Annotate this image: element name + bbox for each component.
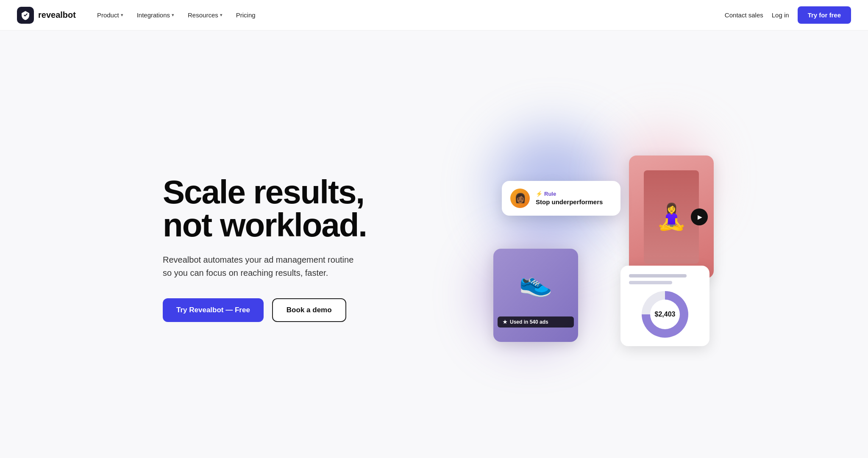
donut-value: $2,403 bbox=[655, 311, 676, 318]
rule-text: ⚡ Rule Stop underperformers bbox=[536, 191, 612, 205]
fitness-card-inner: 🧘‍♀️ bbox=[629, 155, 714, 278]
navbar: revealbot Product ▾ Integrations ▾ Resou… bbox=[0, 0, 868, 31]
analytics-line-2 bbox=[629, 281, 672, 284]
chevron-down-icon: ▾ bbox=[220, 12, 223, 18]
hero-subtext: Revealbot automates your ad management r… bbox=[163, 253, 367, 280]
logo[interactable]: revealbot bbox=[17, 7, 76, 24]
nav-resources[interactable]: Resources ▾ bbox=[182, 8, 228, 22]
nav-pricing[interactable]: Pricing bbox=[230, 8, 262, 22]
donut-chart-container: $2,403 bbox=[629, 291, 701, 338]
rule-label: ⚡ Rule bbox=[536, 191, 612, 197]
bolt-icon: ⚡ bbox=[536, 191, 542, 197]
contact-sales-button[interactable]: Contact sales bbox=[725, 11, 763, 19]
fitness-ad-card: 🧘‍♀️ bbox=[629, 155, 714, 278]
hero-illustration: 👩🏾 ⚡ Rule Stop underperformers 🧘‍♀️ bbox=[468, 122, 714, 376]
nav-right: Contact sales Log in Try for free bbox=[725, 6, 851, 24]
analytics-card: $2,403 bbox=[620, 266, 709, 346]
play-button-icon bbox=[691, 208, 708, 225]
try-free-button[interactable]: Try for free bbox=[798, 6, 851, 24]
star-icon: ★ bbox=[503, 319, 507, 325]
rule-card: 👩🏾 ⚡ Rule Stop underperformers bbox=[502, 181, 620, 216]
hero-section: Scale results, not workload. Revealbot a… bbox=[0, 31, 868, 458]
login-button[interactable]: Log in bbox=[772, 11, 789, 19]
hero-left: Scale results, not workload. Revealbot a… bbox=[163, 175, 367, 322]
rule-avatar: 👩🏾 bbox=[510, 189, 530, 208]
rule-title: Stop underperformers bbox=[536, 198, 612, 205]
hero-ctas: Try Revealbot — Free Book a demo bbox=[163, 298, 367, 322]
shoe-image: 👟 bbox=[493, 249, 578, 316]
nav-integrations[interactable]: Integrations ▾ bbox=[131, 8, 180, 22]
chevron-down-icon: ▾ bbox=[172, 12, 174, 18]
used-in-badge: ★ Used in 540 ads bbox=[498, 316, 574, 328]
logo-icon bbox=[17, 7, 34, 24]
cta-secondary-button[interactable]: Book a demo bbox=[272, 298, 346, 322]
analytics-line-1 bbox=[629, 274, 687, 278]
nav-links: Product ▾ Integrations ▾ Resources ▾ Pri… bbox=[91, 8, 262, 22]
chevron-down-icon: ▾ bbox=[121, 12, 123, 18]
shoe-ad-card: 👟 ★ Used in 540 ads bbox=[493, 249, 578, 342]
nav-product[interactable]: Product ▾ bbox=[91, 8, 129, 22]
logo-svg bbox=[20, 10, 31, 20]
hero-headline: Scale results, not workload. bbox=[163, 175, 367, 241]
brand-name: revealbot bbox=[38, 10, 76, 20]
donut-wrap: $2,403 bbox=[642, 291, 688, 338]
cta-primary-button[interactable]: Try Revealbot — Free bbox=[163, 298, 264, 322]
analytics-lines bbox=[629, 274, 701, 284]
